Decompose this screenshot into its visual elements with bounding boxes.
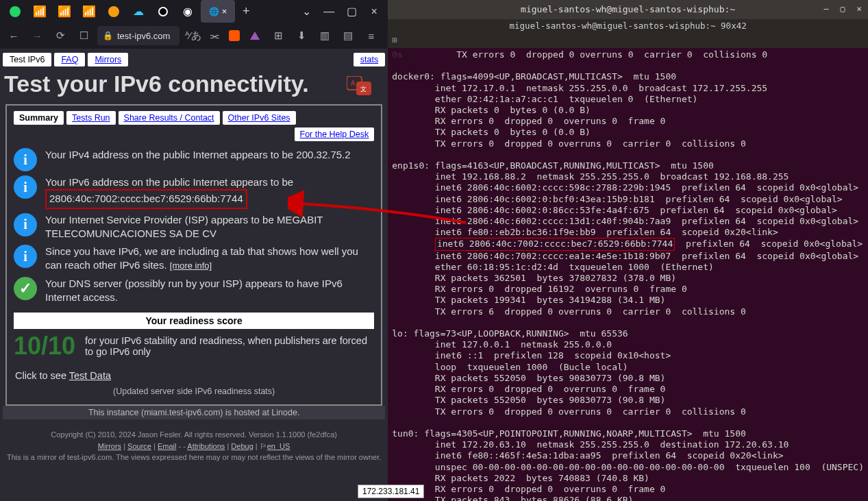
bg-tab-os: 0s bbox=[392, 49, 403, 60]
lock-icon: 🔒 bbox=[103, 31, 113, 40]
info-icon: i bbox=[14, 148, 37, 171]
new-tab-button[interactable]: + bbox=[237, 4, 256, 19]
row-ipv6-text: Your IPv6 address on the public Internet… bbox=[45, 175, 293, 209]
term-lines-bottom: inet6 2806:40c:7002:cccc:ea1e:4e5e:1b18:… bbox=[392, 251, 864, 501]
subtab-tests[interactable]: Tests Run bbox=[66, 111, 116, 125]
score-row: 10/10 for your IPv6 stability and readin… bbox=[14, 332, 374, 361]
url-bar[interactable]: 🔒 test-ipv6.com bbox=[97, 26, 179, 45]
tab-gen1[interactable]: 📶 bbox=[28, 0, 51, 23]
tab-dropdown-button[interactable]: ⌄ bbox=[296, 2, 317, 21]
nav-reload-button[interactable]: ⟳ bbox=[51, 26, 70, 45]
wallet-icon[interactable]: ▥ bbox=[315, 26, 334, 45]
tab-gen5[interactable]: ☁ bbox=[127, 0, 149, 23]
score-text: for your IPv6 stability and readiness, w… bbox=[85, 335, 374, 357]
window-maximize-button[interactable]: ▢ bbox=[341, 2, 362, 21]
download-icon[interactable]: ⬇ bbox=[292, 26, 311, 45]
extensions-icon[interactable]: ⊞ bbox=[269, 26, 288, 45]
footer-email-link[interactable]: Email bbox=[158, 442, 177, 450]
score-value: 10/10 bbox=[14, 332, 75, 361]
brave-shields-icon[interactable] bbox=[225, 26, 244, 45]
results-subtabs: Summary Tests Run Share Results / Contac… bbox=[14, 111, 374, 141]
footer-source-link[interactable]: Source bbox=[127, 442, 151, 450]
page-footer: Copyright (C) 2010, 2024 Jason Fesler. A… bbox=[3, 429, 385, 463]
row-tab-note-text: Since you have IPv6, we are including a … bbox=[45, 245, 374, 273]
github-icon: ◉ bbox=[183, 5, 193, 18]
terminal-subtitle: miguel-santos-wh@miguel-santos-wisphub:~… bbox=[388, 19, 868, 33]
window-minimize-button[interactable]: — bbox=[319, 2, 339, 21]
svg-text:文: 文 bbox=[360, 86, 367, 93]
row-ipv6: i Your IPv6 address on the public Intern… bbox=[14, 175, 374, 209]
footer-attr-link[interactable]: Attributions bbox=[187, 442, 225, 450]
menu-icon[interactable]: ≡ bbox=[362, 26, 381, 45]
row-isp: i Your Internet Service Provider (ISP) a… bbox=[14, 213, 374, 241]
terminal-titlebar: miguel-santos-wh@miguel-santos-wisphub:~… bbox=[388, 0, 868, 19]
tab-mirrors[interactable]: Mirrors bbox=[88, 53, 128, 66]
page-body: Test IPv6 FAQ Mirrors stats A文 Test your… bbox=[0, 49, 388, 501]
window-close-button[interactable]: × bbox=[364, 2, 384, 21]
wifi-icon: 📶 bbox=[33, 5, 47, 18]
globe-icon: 🌐 bbox=[209, 7, 219, 16]
term-lines-top: TX errors 0 dropped 0 overruns 0 carrier… bbox=[392, 49, 858, 237]
footer-mirrors-link[interactable]: Mirrors bbox=[98, 442, 121, 450]
info-icon: i bbox=[14, 175, 37, 199]
tab-close-button[interactable]: × bbox=[222, 6, 227, 16]
ipv6-highlight: 2806:40c:7002:cccc:bec7:6529:66bb:7744 bbox=[45, 189, 247, 208]
hosted-line: This instance (miami.test-ipv6.com) is h… bbox=[3, 406, 385, 419]
browser-toolbar: ← → ⟳ ☐ 🔒 test-ipv6.com ᴬ⁄あ ⫘ ⊞ ⬇ ▥ ▤ ≡ bbox=[0, 23, 388, 49]
test-data-line: Click to see Test Data bbox=[15, 370, 374, 381]
term-min-button[interactable]: — bbox=[820, 3, 832, 16]
term-max-button[interactable]: ▢ bbox=[836, 3, 849, 16]
subtab-summary[interactable]: Summary bbox=[14, 111, 64, 125]
subtab-helpdesk[interactable]: For the Help Desk bbox=[295, 127, 375, 141]
terminal-output[interactable]: 0s TX errors 0 dropped 0 overruns 0 carr… bbox=[388, 48, 868, 501]
grid-icon[interactable]: ⊞ bbox=[392, 35, 397, 47]
term-close-button[interactable]: × bbox=[853, 3, 865, 16]
row-ipv4-text: Your IPv4 address on the public Internet… bbox=[45, 148, 351, 162]
svg-text:A: A bbox=[351, 80, 356, 87]
info-icon: i bbox=[14, 245, 37, 268]
translate-icon[interactable]: ᴬ⁄あ bbox=[184, 26, 203, 45]
browser-window: 📶 📶 📶 ☁ ◉ 🌐 × + ⌄ — ▢ × ← → ⟳ ☐ 🔒 test-i… bbox=[0, 0, 388, 501]
footer-locale-link[interactable]: en_US bbox=[267, 442, 290, 450]
row-isp-text: Your Internet Service Provider (ISP) app… bbox=[45, 213, 374, 241]
browser-tabstrip: 📶 📶 📶 ☁ ◉ 🌐 × + ⌄ — ▢ × bbox=[0, 0, 388, 23]
more-info-link[interactable]: [more info] bbox=[170, 260, 212, 271]
share-icon[interactable]: ⫘ bbox=[204, 26, 223, 45]
row-ipv4: i Your IPv4 address on the public Intern… bbox=[14, 148, 374, 171]
url-text: test-ipv6.com bbox=[117, 31, 170, 41]
tab-gen3[interactable]: 📶 bbox=[77, 0, 100, 23]
check-icon: ✓ bbox=[14, 277, 37, 300]
tab-faq[interactable]: FAQ bbox=[54, 53, 85, 66]
tab-github[interactable]: ◉ bbox=[176, 0, 199, 23]
orange-circle-icon bbox=[108, 6, 119, 17]
sidebar-icon[interactable]: ▤ bbox=[338, 26, 358, 45]
terminal-title: miguel-santos-wh@miguel-santos-wisphub:~ bbox=[521, 4, 735, 16]
nav-forward-button[interactable]: → bbox=[27, 26, 47, 45]
readiness-header: Your readiness score bbox=[14, 313, 374, 329]
test-data-link[interactable]: Test Data bbox=[69, 370, 111, 381]
tab-gen2[interactable]: 📶 bbox=[53, 0, 75, 23]
nav-back-button[interactable]: ← bbox=[4, 26, 23, 45]
subtab-share[interactable]: Share Results / Contact bbox=[119, 111, 220, 125]
row-tab-note: i Since you have IPv6, we are including … bbox=[14, 245, 374, 273]
footer-copyright: Copyright (C) 2010, 2024 Jason Fesler. A… bbox=[3, 429, 385, 441]
tab-gen6[interactable] bbox=[151, 0, 174, 23]
brave-rewards-icon[interactable] bbox=[245, 26, 264, 45]
terminal-window: miguel-santos-wh@miguel-santos-wisphub:~… bbox=[388, 0, 868, 501]
whatsapp-icon bbox=[10, 6, 21, 17]
terminal-ipv6-highlight: inet6 2806:40c:7002:cccc:bec7:6529:66bb:… bbox=[435, 238, 675, 250]
tab-whatsapp[interactable] bbox=[3, 0, 26, 23]
tab-gen4[interactable] bbox=[102, 0, 125, 23]
tab-stats[interactable]: stats bbox=[354, 53, 385, 66]
cloud-icon: ☁ bbox=[133, 5, 144, 18]
wifi-icon: 📶 bbox=[58, 5, 71, 18]
wifi-icon: 📶 bbox=[82, 5, 96, 18]
subtab-other[interactable]: Other IPv6 Sites bbox=[223, 111, 296, 125]
language-badge-icon[interactable]: A文 bbox=[347, 76, 374, 97]
footer-debug-link[interactable]: Debug bbox=[231, 442, 253, 450]
footer-mirror-note: This is a mirror of test-ipv6.com. The v… bbox=[3, 452, 385, 463]
tab-test-ipv6[interactable]: Test IPv6 bbox=[3, 53, 51, 66]
tab-active[interactable]: 🌐 × bbox=[201, 0, 235, 23]
bookmark-icon[interactable]: ☐ bbox=[74, 26, 93, 45]
info-icon: i bbox=[14, 213, 37, 236]
